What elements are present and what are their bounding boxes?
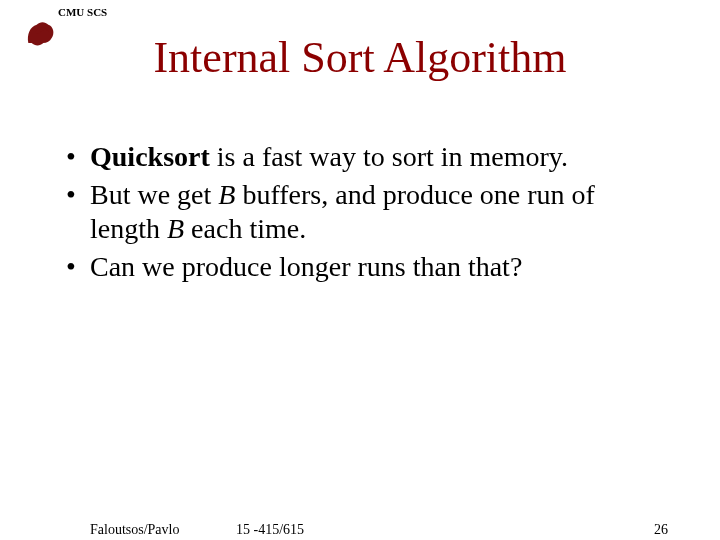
bullet-icon: • (62, 250, 90, 284)
bullet-text: But we get B buffers, and produce one ru… (90, 178, 660, 246)
list-item: •But we get B buffers, and produce one r… (62, 178, 660, 246)
list-item: •Can we produce longer runs than that? (62, 250, 660, 284)
org-label: CMU SCS (58, 6, 107, 18)
bullet-list: •Quicksort is a fast way to sort in memo… (62, 140, 660, 288)
footer-page: 26 (654, 522, 668, 538)
footer-course: 15 -415/615 (236, 522, 304, 538)
bullet-text: Quicksort is a fast way to sort in memor… (90, 140, 568, 174)
bullet-icon: • (62, 140, 90, 174)
footer-authors: Faloutsos/Pavlo (90, 522, 179, 538)
bullet-icon: • (62, 178, 90, 212)
slide-title: Internal Sort Algorithm (0, 32, 720, 83)
bullet-text: Can we produce longer runs than that? (90, 250, 522, 284)
list-item: •Quicksort is a fast way to sort in memo… (62, 140, 660, 174)
